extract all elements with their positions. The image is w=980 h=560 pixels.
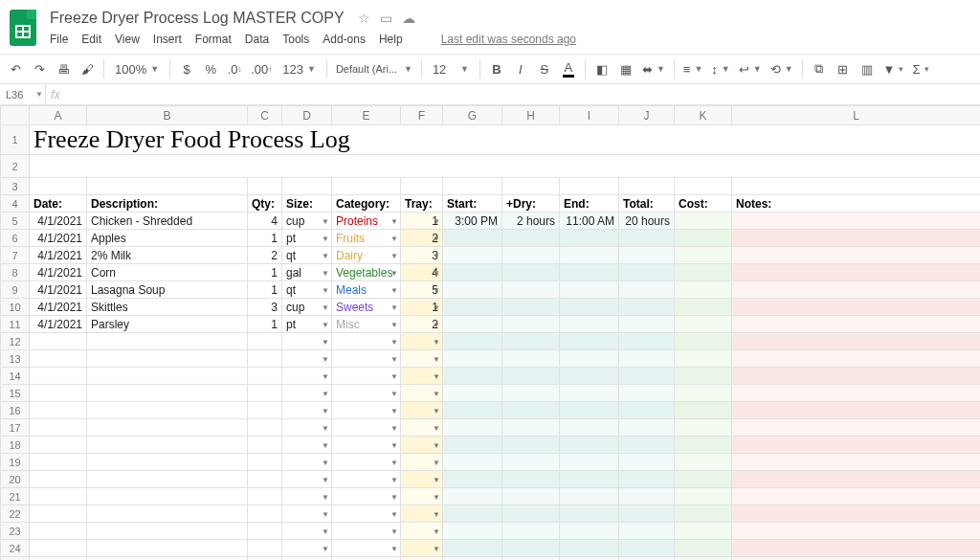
cell-dry[interactable] bbox=[502, 350, 560, 368]
cell-date[interactable]: 4/1/2021 bbox=[30, 213, 87, 230]
header-L[interactable]: Notes: bbox=[732, 195, 981, 213]
dropdown-icon[interactable]: ▼ bbox=[390, 544, 398, 552]
cell-category[interactable]: ▼ bbox=[332, 471, 401, 488]
dropdown-icon[interactable]: ▼ bbox=[390, 492, 398, 501]
dropdown-icon[interactable]: ▼ bbox=[322, 320, 329, 328]
cell-start[interactable] bbox=[443, 523, 502, 540]
cell-cost[interactable] bbox=[675, 385, 732, 402]
dropdown-icon[interactable]: ▼ bbox=[322, 492, 329, 501]
link-icon[interactable]: ⧉ bbox=[808, 56, 831, 81]
row-header[interactable]: 12 bbox=[1, 333, 30, 350]
cell-dry[interactable] bbox=[502, 402, 560, 419]
cell-date[interactable] bbox=[30, 350, 87, 368]
dropdown-icon[interactable]: ▼ bbox=[322, 406, 329, 414]
cell-dry[interactable] bbox=[502, 471, 560, 488]
cell-tray[interactable]: ▼ bbox=[401, 523, 443, 540]
cell-date[interactable] bbox=[30, 540, 87, 557]
cell-cost[interactable] bbox=[675, 316, 732, 333]
cell-dry[interactable]: 2 hours bbox=[502, 213, 560, 230]
cell-total[interactable] bbox=[619, 540, 675, 557]
cell-total[interactable] bbox=[619, 385, 675, 402]
undo-icon[interactable]: ↶ bbox=[4, 56, 27, 81]
font-dropdown[interactable]: Default (Ari...▼ bbox=[332, 56, 416, 81]
cell-cost[interactable] bbox=[675, 523, 732, 540]
cell-total[interactable]: 20 hours bbox=[619, 213, 675, 230]
dropdown-icon[interactable]: ▼ bbox=[433, 371, 440, 380]
cell-end[interactable] bbox=[560, 333, 619, 350]
decrease-decimal-icon[interactable]: .0↓ bbox=[223, 56, 246, 81]
dropdown-icon[interactable]: ▼ bbox=[390, 268, 398, 277]
cell-cost[interactable] bbox=[675, 213, 732, 230]
cell-notes[interactable] bbox=[732, 264, 981, 281]
dropdown-icon[interactable]: ▼ bbox=[322, 423, 329, 432]
cell[interactable] bbox=[675, 178, 732, 195]
cell-cost[interactable] bbox=[675, 488, 732, 505]
cell-qty[interactable]: 2 bbox=[248, 247, 282, 264]
dropdown-icon[interactable]: ▼ bbox=[322, 251, 329, 259]
cell-tray[interactable]: ▼ bbox=[401, 350, 443, 368]
cell-date[interactable] bbox=[30, 368, 87, 385]
cell-dry[interactable] bbox=[502, 230, 560, 247]
cell-notes[interactable] bbox=[732, 523, 981, 540]
header-C[interactable]: Qty: bbox=[248, 195, 282, 213]
cell-dry[interactable] bbox=[502, 557, 560, 561]
cell-notes[interactable] bbox=[732, 333, 981, 350]
cell-dry[interactable] bbox=[502, 281, 560, 299]
cell-end[interactable] bbox=[560, 299, 619, 316]
menu-view[interactable]: View bbox=[115, 33, 140, 46]
formula-input[interactable] bbox=[65, 84, 980, 104]
dropdown-icon[interactable]: ▼ bbox=[390, 526, 398, 535]
cell-description[interactable] bbox=[87, 523, 248, 540]
cell-total[interactable] bbox=[619, 247, 675, 264]
cell-dry[interactable] bbox=[502, 523, 560, 540]
dropdown-icon[interactable]: ▼ bbox=[322, 302, 329, 311]
cell-end[interactable] bbox=[560, 230, 619, 247]
cell-start[interactable] bbox=[443, 299, 502, 316]
cell-size[interactable]: ▼ bbox=[282, 488, 332, 505]
italic-icon[interactable]: I bbox=[509, 56, 532, 81]
cell-date[interactable] bbox=[30, 437, 87, 454]
row-header[interactable]: 18 bbox=[1, 437, 30, 454]
cell-notes[interactable] bbox=[732, 316, 981, 333]
cell[interactable] bbox=[619, 178, 675, 195]
cell-dry[interactable] bbox=[502, 299, 560, 316]
cell-category[interactable]: ▼ bbox=[332, 385, 401, 402]
cell-end[interactable] bbox=[560, 437, 619, 454]
dropdown-icon[interactable]: ▼ bbox=[322, 544, 329, 552]
cell-description[interactable]: 2% Milk bbox=[87, 247, 248, 264]
cell-end[interactable] bbox=[560, 454, 619, 471]
cell-end[interactable] bbox=[560, 385, 619, 402]
header-I[interactable]: End: bbox=[560, 195, 619, 213]
cell-date[interactable] bbox=[30, 471, 87, 488]
cell-tray[interactable]: 2▼ bbox=[401, 316, 443, 333]
cell-size[interactable]: ▼ bbox=[282, 523, 332, 540]
cell-start[interactable] bbox=[443, 230, 502, 247]
dropdown-icon[interactable]: ▼ bbox=[390, 475, 398, 483]
cell-start[interactable] bbox=[443, 540, 502, 557]
cell-qty[interactable] bbox=[248, 333, 282, 350]
header-D[interactable]: Size: bbox=[282, 195, 332, 213]
increase-decimal-icon[interactable]: .00↑ bbox=[247, 56, 276, 81]
cell-notes[interactable] bbox=[732, 230, 981, 247]
row-header[interactable]: 3 bbox=[1, 178, 30, 195]
cell-qty[interactable] bbox=[248, 402, 282, 419]
dropdown-icon[interactable]: ▼ bbox=[390, 234, 398, 242]
cell-notes[interactable] bbox=[732, 454, 981, 471]
cell-total[interactable] bbox=[619, 437, 675, 454]
cell-size[interactable]: ▼ bbox=[282, 350, 332, 368]
cell-date[interactable] bbox=[30, 454, 87, 471]
dropdown-icon[interactable]: ▼ bbox=[390, 337, 398, 346]
dropdown-icon[interactable]: ▼ bbox=[433, 285, 440, 294]
cell-notes[interactable] bbox=[732, 471, 981, 488]
cell-qty[interactable] bbox=[248, 419, 282, 437]
wrap-icon[interactable]: ↩▼ bbox=[735, 56, 766, 81]
row-header[interactable]: 19 bbox=[1, 454, 30, 471]
dropdown-icon[interactable]: ▼ bbox=[390, 371, 398, 380]
doc-title[interactable]: Freeze Dryer Process Log MASTER COPY bbox=[46, 8, 348, 29]
row-header[interactable]: 14 bbox=[1, 368, 30, 385]
cell-start[interactable] bbox=[443, 385, 502, 402]
cell-category[interactable]: Fruits▼ bbox=[332, 230, 401, 247]
cell-notes[interactable] bbox=[732, 540, 981, 557]
cell-total[interactable] bbox=[619, 299, 675, 316]
dropdown-icon[interactable]: ▼ bbox=[322, 509, 329, 518]
